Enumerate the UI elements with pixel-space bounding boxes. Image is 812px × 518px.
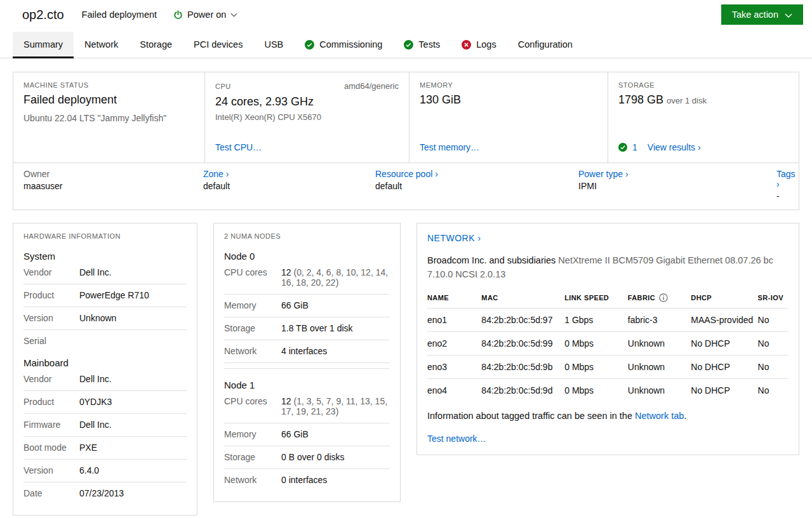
power-type-value: IPMI: [578, 181, 776, 191]
storage-card: STORAGE 1798 GB over 1 disk 1 View resul…: [608, 72, 799, 163]
hw-row: VendorDell Inc.: [23, 262, 187, 284]
cpu-value: 24 cores, 2.93 GHz: [215, 95, 399, 109]
meta-owner: Owner maasuser: [23, 169, 203, 201]
col-mac: MAC: [481, 288, 564, 309]
cpu-model: Intel(R) Xeon(R) CPU X5670: [215, 112, 399, 122]
hw-row: FirmwareDell Inc.: [23, 414, 187, 437]
storage-suffix: over 1 disk: [667, 96, 707, 105]
machine-tabs: Summary Network Storage PCI devices USB …: [0, 32, 812, 58]
chevron-down-icon: [785, 10, 792, 20]
tags-link[interactable]: Tags ›: [776, 169, 795, 189]
hw-row: VersionUnknown: [23, 307, 187, 330]
numa-nodes-panel: 2 NUMA NODES Node 0 CPU cores12 (0, 2, 4…: [213, 223, 401, 502]
view-results-link[interactable]: View results ›: [648, 142, 701, 152]
take-action-label: Take action: [732, 10, 778, 20]
hw-row: ProductPowerEdge R710: [23, 284, 187, 307]
numa-node-divider: [224, 368, 390, 369]
tab-summary[interactable]: Summary: [13, 32, 74, 58]
table-row: eno484:2b:2b:0c:5d:9d0 MbpsUnknownNo DHC…: [427, 378, 789, 402]
hw-row: Version6.4.0: [23, 460, 187, 482]
numa-row: CPU cores12 (0, 2, 4, 6, 8, 10, 12, 14, …: [224, 262, 390, 295]
col-link-speed: LINK SPEED: [564, 288, 628, 309]
hw-row: Product0YDJK3: [23, 391, 187, 414]
tab-storage[interactable]: Storage: [129, 32, 183, 58]
table-row: eno184:2b:2b:0c:5d:971 Gbpsfabric-3MAAS-…: [427, 308, 789, 331]
take-action-button[interactable]: Take action: [721, 4, 803, 25]
col-name: NAME: [427, 288, 481, 309]
tags-value: -: [776, 191, 795, 201]
numa-row: Memory66 GiB: [224, 295, 390, 317]
test-network-link[interactable]: Test network…: [427, 434, 486, 444]
resource-pool-link[interactable]: Resource pool ›: [375, 169, 438, 179]
numa-node0-title: Node 0: [224, 251, 390, 262]
machine-status-label: MACHINE STATUS: [23, 81, 194, 89]
test-memory-link[interactable]: Test memory…: [420, 142, 479, 152]
numa-heading: 2 NUMA NODES: [224, 232, 390, 240]
meta-zone: Zone › default: [203, 169, 375, 201]
zone-value: default: [203, 181, 375, 191]
owner-label: Owner: [23, 169, 203, 179]
power-dropdown[interactable]: Power on: [173, 10, 237, 20]
storage-value: 1798 GB over 1 disk: [618, 93, 789, 107]
tab-pci-devices[interactable]: PCI devices: [183, 32, 253, 58]
network-tab-link[interactable]: Network tab: [635, 411, 684, 421]
success-icon: [618, 143, 627, 152]
owner-value: maasuser: [23, 181, 203, 191]
meta-resource-pool: Resource pool › default: [375, 169, 578, 201]
memory-label: MEMORY: [420, 81, 597, 89]
zone-link[interactable]: Zone ›: [203, 169, 229, 179]
storage-result-count: 1: [632, 142, 637, 152]
tab-logs[interactable]: Logs: [451, 32, 507, 58]
numa-row: Storage0 B over 0 disks: [224, 446, 390, 469]
machine-status-card: MACHINE STATUS Failed deployment Ubuntu …: [13, 72, 204, 163]
overview-card: MACHINE STATUS Failed deployment Ubuntu …: [13, 72, 799, 210]
machine-status-text: Failed deployment: [82, 10, 157, 20]
machine-status-value: Failed deployment: [23, 93, 194, 107]
test-cpu-link[interactable]: Test CPU…: [215, 142, 262, 152]
info-icon[interactable]: [659, 293, 668, 302]
resource-pool-value: default: [375, 181, 578, 191]
storage-label: STORAGE: [618, 81, 789, 89]
memory-value: 130 GiB: [420, 93, 597, 107]
meta-power-type: Power type › IPMI: [578, 169, 776, 201]
tagged-traffic-note: Information about tagged traffic can be …: [427, 411, 789, 421]
numa-row: Storage1.8 TB over 1 disk: [224, 317, 390, 340]
numa-row: Network4 interfaces: [224, 340, 390, 363]
power-label: Power on: [187, 10, 226, 20]
tab-tests[interactable]: Tests: [393, 32, 451, 58]
tab-usb[interactable]: USB: [253, 32, 294, 58]
power-icon: [173, 10, 183, 20]
col-sriov: SR-IOV: [758, 288, 789, 309]
network-model: NetXtreme II BCM5709 Gigabit Ethernet: [558, 255, 722, 265]
interfaces-table-header: NAME MAC LINK SPEED FABRIC DHCP SR-IOV: [427, 288, 789, 309]
hardware-information-panel: HARDWARE INFORMATION System VendorDell I…: [13, 223, 197, 515]
network-panel: NETWORK › Broadcom Inc. and subsidiaries…: [416, 223, 799, 455]
meta-tags: Tags › -: [776, 169, 795, 201]
network-card-description: Broadcom Inc. and subsidiaries NetXtreme…: [427, 254, 789, 282]
numa-row: Memory66 GiB: [224, 423, 390, 446]
cpu-arch: amd64/generic: [344, 81, 399, 91]
machine-header: op2.cto Failed deployment Power on Take …: [0, 0, 812, 29]
network-vendor: Broadcom Inc. and subsidiaries: [427, 255, 556, 265]
numa-row: CPU cores12 (1, 3, 5, 7, 9, 11, 13, 15, …: [224, 390, 390, 423]
tab-network[interactable]: Network: [74, 32, 129, 58]
memory-card: MEMORY 130 GiB Test memory…: [409, 72, 608, 163]
mainboard-section-title: Mainboard: [23, 357, 187, 368]
error-icon: [462, 40, 471, 50]
hw-row: Boot modePXE: [23, 437, 187, 460]
chevron-down-icon: [230, 13, 237, 17]
tab-configuration[interactable]: Configuration: [507, 32, 583, 58]
numa-row: Network0 interfaces: [224, 469, 390, 491]
success-icon: [404, 40, 413, 50]
cpu-label: CPU: [215, 83, 231, 90]
interfaces-table: NAME MAC LINK SPEED FABRIC DHCP SR-IOV e…: [427, 288, 789, 402]
network-heading-link[interactable]: NETWORK ›: [427, 233, 481, 243]
hardware-heading: HARDWARE INFORMATION: [23, 232, 187, 240]
table-row: eno284:2b:2b:0c:5d:990 MbpsUnknownNo DHC…: [427, 331, 789, 355]
hw-row: VendorDell Inc.: [23, 368, 187, 391]
system-section-title: System: [23, 251, 187, 262]
power-type-link[interactable]: Power type ›: [578, 169, 629, 179]
cpu-card: CPU amd64/generic 24 cores, 2.93 GHz Int…: [204, 72, 409, 163]
hw-row: Date07/23/2013: [23, 482, 187, 505]
tab-commissioning[interactable]: Commissioning: [294, 32, 393, 58]
